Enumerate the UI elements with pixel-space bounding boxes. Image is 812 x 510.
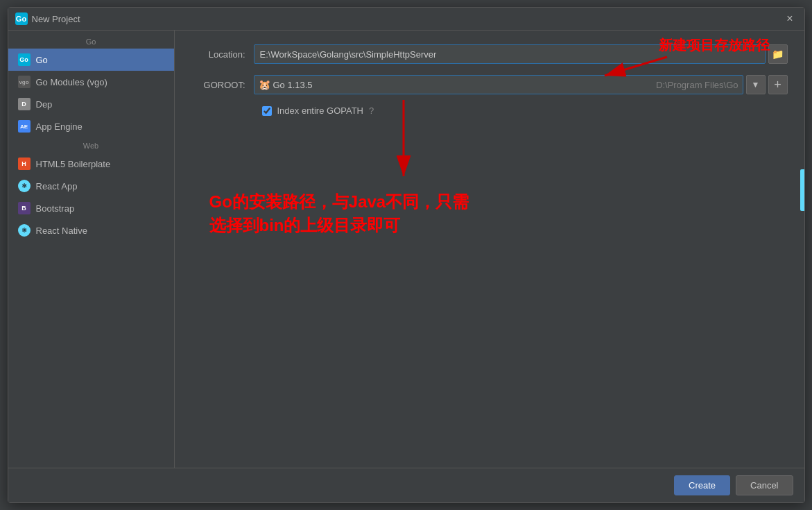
- location-input[interactable]: [254, 44, 766, 64]
- main-content: Location: 📁 GOROOT: 🐹 Go 1.13.5 D:\Progr…: [175, 31, 804, 468]
- go-modules-icon: vgo: [18, 76, 31, 88]
- sidebar-item-html5[interactable]: H HTML5 Boilerplate: [8, 153, 174, 175]
- annotation-middle: Go的安装路径，与Java不同，只需 选择到bin的上级目录即可: [209, 190, 469, 237]
- bootstrap-icon: B: [18, 202, 31, 214]
- goroot-version: Go 1.13.5: [273, 80, 654, 90]
- sidebar-item-react-app[interactable]: ⚛ React App: [8, 175, 174, 197]
- goroot-add-button[interactable]: +: [768, 75, 788, 94]
- html5-icon: H: [18, 158, 31, 170]
- sidebar-item-go-modules[interactable]: vgo Go Modules (vgo): [8, 71, 174, 93]
- location-input-group: 📁: [254, 44, 788, 64]
- close-button[interactable]: ×: [782, 12, 797, 26]
- sidebar-item-app-engine[interactable]: AE App Engine: [8, 115, 174, 137]
- app-engine-icon: AE: [18, 120, 31, 133]
- dialog-content: Go Go Go vgo Go Modules (vgo) D Dep AE A…: [8, 31, 804, 468]
- help-icon[interactable]: ?: [369, 105, 374, 116]
- dep-icon: D: [18, 98, 31, 110]
- sidebar-item-app-engine-label: App Engine: [36, 121, 83, 132]
- sidebar-item-react-native-label: React Native: [36, 226, 87, 236]
- sidebar-item-go-label: Go: [36, 55, 48, 65]
- goroot-dropdown-button[interactable]: ▼: [746, 75, 766, 94]
- sidebar-item-bootstrap[interactable]: B Bootstrap: [8, 197, 174, 219]
- plus-icon: +: [774, 78, 781, 92]
- react-app-icon: ⚛: [18, 180, 31, 192]
- goroot-row: GOROOT: 🐹 Go 1.13.5 D:\Program Files\Go …: [191, 75, 788, 94]
- location-row: Location: 📁: [191, 44, 788, 64]
- sidebar-item-dep-label: Dep: [36, 99, 53, 110]
- index-gopath-checkbox[interactable]: [262, 106, 272, 116]
- sidebar-item-bootstrap-label: Bootstrap: [36, 203, 75, 214]
- go-project-icon: Go: [18, 53, 31, 66]
- sidebar-item-html5-label: HTML5 Boilerplate: [36, 159, 111, 169]
- new-project-dialog: Go New Project × Go Go Go vgo Go Modules…: [8, 7, 805, 503]
- folder-icon: 📁: [772, 49, 784, 60]
- sidebar: Go Go Go vgo Go Modules (vgo) D Dep AE A…: [8, 31, 175, 468]
- dialog-title: New Project: [32, 14, 80, 24]
- title-bar-left: Go New Project: [15, 12, 80, 25]
- location-browse-button[interactable]: 📁: [768, 44, 788, 64]
- goroot-path: D:\Program Files\Go: [656, 80, 738, 90]
- web-section-label: Web: [8, 137, 174, 153]
- right-edge-decoration: [800, 169, 804, 211]
- sidebar-item-react-app-label: React App: [36, 181, 78, 192]
- goroot-label: GOROOT:: [191, 80, 254, 90]
- chevron-down-icon: ▼: [752, 80, 760, 90]
- cancel-button[interactable]: Cancel: [736, 475, 793, 495]
- go-icon: Go: [15, 12, 28, 25]
- goroot-input-group: 🐹 Go 1.13.5 D:\Program Files\Go ▼ +: [254, 75, 788, 94]
- title-bar: Go New Project ×: [8, 8, 804, 31]
- dialog-footer: Create Cancel: [8, 468, 804, 502]
- index-gopath-label: Index entire GOPATH: [277, 105, 364, 116]
- gopher-icon: 🐹: [259, 79, 270, 90]
- react-native-icon: ⚛: [18, 224, 31, 237]
- sidebar-item-go-modules-label: Go Modules (vgo): [36, 77, 107, 87]
- sidebar-item-react-native[interactable]: ⚛ React Native: [8, 219, 174, 241]
- arrow-middle-svg: [175, 72, 804, 225]
- sidebar-item-go[interactable]: Go Go: [8, 49, 174, 71]
- create-button[interactable]: Create: [674, 475, 730, 495]
- sidebar-item-dep[interactable]: D Dep: [8, 93, 174, 115]
- goroot-selector[interactable]: 🐹 Go 1.13.5 D:\Program Files\Go: [254, 75, 743, 94]
- location-label: Location:: [191, 49, 254, 60]
- go-section-label: Go: [8, 33, 174, 49]
- index-gopath-row: Index entire GOPATH ?: [262, 105, 788, 116]
